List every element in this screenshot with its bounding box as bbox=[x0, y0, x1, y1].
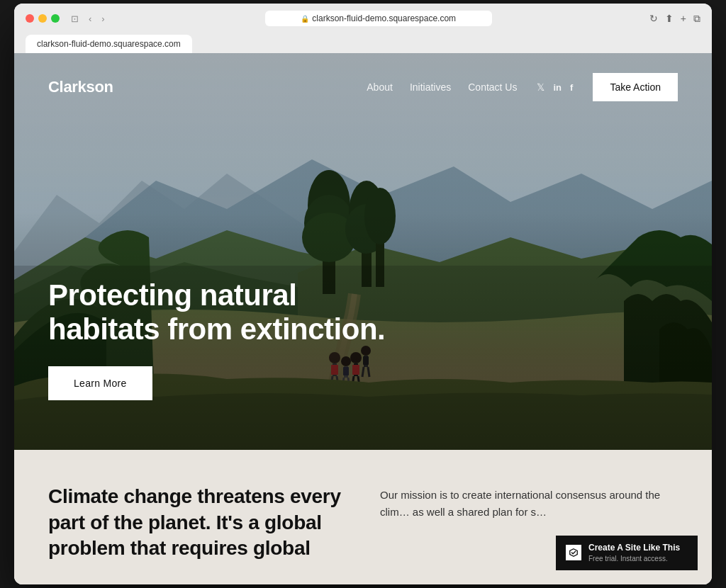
nav-link-contact[interactable]: Contact Us bbox=[468, 81, 517, 93]
browser-controls: ⊡ ‹ › bbox=[68, 12, 108, 26]
twitter-icon[interactable]: 𝕏 bbox=[537, 81, 544, 93]
refresh-icon[interactable]: ↻ bbox=[649, 13, 658, 25]
nav-links: About Initiatives Contact Us bbox=[367, 81, 517, 93]
below-fold-left-text: Climate change threatens every part of t… bbox=[48, 484, 346, 561]
sidebar-toggle-icon[interactable]: ⊡ bbox=[68, 12, 82, 26]
linkedin-icon[interactable]: in bbox=[553, 82, 562, 93]
back-icon[interactable]: ‹ bbox=[86, 12, 94, 26]
nav-logo-wrapper: Clarkson bbox=[48, 78, 113, 96]
hero-content: Protecting natural habitats from extinct… bbox=[48, 278, 403, 401]
tab-title: clarkson-fluid-demo.squarespace.com bbox=[37, 39, 181, 49]
site-wrapper: Clarkson About Initiatives Contact Us 𝕏 … bbox=[14, 53, 712, 584]
maximize-button[interactable] bbox=[51, 14, 60, 23]
sq-badge-main: Create A Site Like This bbox=[588, 543, 680, 554]
forward-icon[interactable]: › bbox=[99, 12, 107, 26]
url-text: clarkson-fluid-demo.squarespace.com bbox=[312, 13, 456, 23]
sq-badge-text: Create A Site Like This Free trial. Inst… bbox=[588, 543, 680, 563]
minimize-button[interactable] bbox=[38, 14, 47, 23]
nav-social: 𝕏 in f bbox=[537, 81, 573, 93]
lock-icon: 🔒 bbox=[301, 15, 309, 23]
learn-more-button[interactable]: Learn More bbox=[48, 366, 152, 400]
nav-right: About Initiatives Contact Us 𝕏 in f Take… bbox=[367, 73, 678, 101]
hero-headline: Protecting natural habitats from extinct… bbox=[48, 278, 403, 347]
sq-badge-sub: Free trial. Instant access. bbox=[588, 554, 680, 563]
site-logo: Clarkson bbox=[48, 78, 113, 96]
traffic-lights bbox=[26, 14, 60, 23]
address-bar[interactable]: 🔒 clarkson-fluid-demo.squarespace.com bbox=[265, 11, 492, 26]
close-button[interactable] bbox=[26, 14, 34, 23]
squarespace-badge[interactable]: Create A Site Like This Free trial. Inst… bbox=[556, 536, 698, 570]
tabs-icon[interactable]: ⧉ bbox=[693, 13, 700, 25]
browser-chrome: ⊡ ‹ › 🔒 clarkson-fluid-demo.squarespace.… bbox=[14, 4, 712, 53]
facebook-icon[interactable]: f bbox=[570, 82, 573, 93]
new-tab-icon[interactable]: + bbox=[681, 13, 686, 25]
nav-link-initiatives[interactable]: Initiatives bbox=[410, 81, 451, 93]
site-content: Clarkson About Initiatives Contact Us 𝕏 … bbox=[14, 53, 712, 584]
share-icon[interactable]: ⬆ bbox=[665, 13, 674, 25]
site-nav: Clarkson About Initiatives Contact Us 𝕏 … bbox=[14, 53, 712, 121]
take-action-button[interactable]: Take Action bbox=[593, 73, 678, 101]
nav-link-about[interactable]: About bbox=[367, 81, 393, 93]
browser-actions: ↻ ⬆ + ⧉ bbox=[649, 13, 700, 25]
squarespace-icon bbox=[566, 545, 581, 560]
active-tab[interactable]: clarkson-fluid-demo.squarespace.com bbox=[26, 35, 192, 53]
